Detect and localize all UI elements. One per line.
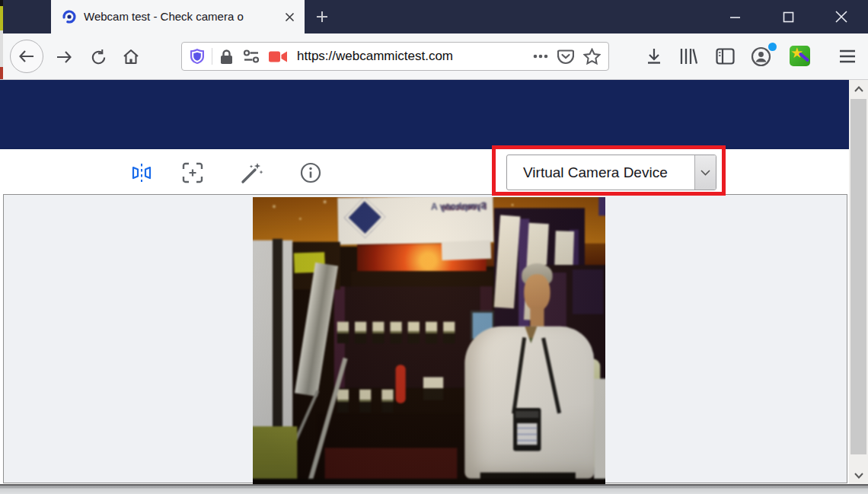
tab-close-icon[interactable]: [282, 9, 297, 24]
bookmark-star-icon[interactable]: [583, 48, 601, 65]
camera-in-use-icon[interactable]: [269, 50, 288, 63]
sidebar-toggle-icon[interactable]: [714, 46, 736, 67]
vertical-scrollbar[interactable]: [849, 80, 868, 485]
permissions-icon[interactable]: [243, 49, 260, 63]
video-frame: Freescale Symphony A: [3, 194, 847, 483]
tracking-protection-shield-icon[interactable]: [190, 48, 205, 65]
scroll-up-icon[interactable]: [849, 80, 868, 98]
new-tab-button[interactable]: [311, 6, 333, 27]
background-window-edge: [0, 0, 3, 79]
forward-button[interactable]: [52, 45, 76, 69]
webcam-video: Freescale Symphony A: [253, 197, 605, 484]
tab-title-fade: [244, 9, 279, 24]
mirror-flip-icon[interactable]: [129, 161, 154, 185]
pocket-icon[interactable]: [557, 49, 574, 65]
reload-button[interactable]: [86, 45, 110, 69]
home-button[interactable]: [119, 45, 143, 69]
browser-tab-active[interactable]: Webcam test - Check camera o: [51, 0, 305, 33]
scrollbar-thumb[interactable]: [850, 99, 866, 454]
fullscreen-focus-icon[interactable]: [180, 161, 205, 185]
firefox-window: Webcam test - Check camera o: [0, 0, 868, 494]
site-favicon-icon: [62, 9, 77, 24]
window-bottom-edge: [0, 484, 868, 494]
account-notification-dot: [768, 43, 777, 51]
url-text[interactable]: https://webcammictest.com: [297, 49, 453, 64]
chevron-down-icon[interactable]: [694, 155, 716, 190]
info-icon[interactable]: [298, 161, 323, 185]
window-minimize-button[interactable]: [723, 6, 746, 27]
lock-icon[interactable]: [219, 49, 234, 65]
tab-title: Webcam test - Check camera o: [84, 9, 279, 24]
extension-icon[interactable]: ★: [790, 46, 810, 66]
site-header: Webcam Microphone Headphones Take snapsh…: [0, 80, 849, 149]
camera-device-select[interactable]: Virtual Camera Device: [506, 155, 716, 190]
menu-hamburger-icon[interactable]: [837, 46, 858, 67]
address-bar[interactable]: https://webcammictest.com: [181, 42, 609, 71]
window-maximize-button[interactable]: [777, 6, 799, 27]
back-button[interactable]: [10, 40, 43, 73]
camera-device-select-value: Virtual Camera Device: [507, 155, 694, 190]
page-content: Freescale Symphony A: [0, 195, 868, 494]
scroll-down-icon[interactable]: [849, 467, 868, 485]
page-actions-ellipsis-icon[interactable]: [533, 54, 548, 59]
effects-wand-icon[interactable]: [240, 161, 264, 185]
downloads-icon[interactable]: [643, 46, 665, 67]
window-close-button[interactable]: [830, 6, 853, 27]
urlbar-separator: [212, 48, 212, 65]
library-icon[interactable]: [677, 46, 698, 67]
